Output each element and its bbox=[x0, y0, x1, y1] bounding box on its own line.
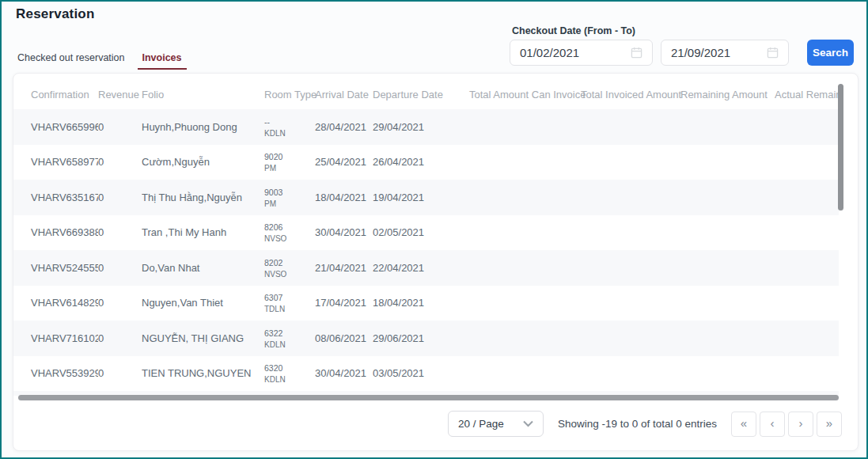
search-button[interactable]: Search bbox=[807, 40, 854, 66]
actual-remaining-cell bbox=[775, 250, 839, 286]
results-card: Confirmation Revenue Folio Room Type Arr… bbox=[13, 73, 859, 451]
arrival-date-cell: 18/04/2021 bbox=[315, 180, 373, 215]
room-number: 8202 bbox=[264, 256, 315, 270]
room-type-code: NVSO bbox=[264, 270, 315, 279]
tab-invoices[interactable]: Invoices bbox=[138, 51, 187, 70]
room-number: 6307 bbox=[264, 291, 315, 305]
actual-remaining-cell bbox=[775, 145, 839, 180]
page-title: Reservation bbox=[16, 6, 95, 22]
remaining-amount-cell bbox=[680, 180, 775, 215]
total-amount-can-invoice-cell bbox=[469, 215, 581, 251]
pagination-bar: 20 / Page Showing -19 to 0 of total 0 en… bbox=[448, 411, 842, 437]
prev-page-button[interactable]: ‹ bbox=[760, 412, 785, 437]
total-amount-can-invoice-cell bbox=[469, 321, 581, 356]
departure-date-cell: 29/06/2021 bbox=[373, 321, 469, 356]
column-header-total-invoiced-amount: Total Invoiced Amount bbox=[581, 74, 680, 109]
total-amount-can-invoice-cell bbox=[469, 286, 581, 321]
column-header-departure-date: Departure Date bbox=[373, 74, 469, 109]
total-amount-can-invoice-cell bbox=[469, 180, 581, 215]
confirmation-cell: VHARV635167 bbox=[13, 180, 98, 215]
total-invoiced-amount-cell bbox=[581, 286, 680, 321]
room-type-cell: 9003PM bbox=[264, 180, 315, 215]
pagination-summary: Showing -19 to 0 of total 0 entries bbox=[558, 418, 717, 430]
total-amount-can-invoice-cell bbox=[469, 145, 581, 180]
last-page-button[interactable]: » bbox=[817, 412, 842, 437]
revenue-cell: 0 bbox=[98, 145, 142, 180]
room-type-code: PM bbox=[264, 199, 315, 209]
tab-checked-out-reservation[interactable]: Checked out reservation bbox=[16, 51, 127, 70]
date-to-field[interactable] bbox=[661, 40, 789, 66]
column-header-revenue: Revenue bbox=[98, 74, 142, 109]
folio-cell: NGUYỄN, THỊ GIANG bbox=[142, 321, 264, 356]
room-number: -- bbox=[264, 116, 315, 129]
room-type-code: NVSO bbox=[264, 234, 315, 244]
checkout-date-label: Checkout Date (From - To) bbox=[512, 25, 635, 36]
arrival-date-cell: 28/04/2021 bbox=[315, 109, 373, 145]
actual-remaining-cell bbox=[775, 109, 839, 145]
total-invoiced-amount-cell bbox=[581, 180, 680, 215]
departure-date-cell: 26/04/2021 bbox=[373, 145, 469, 180]
first-page-button[interactable]: « bbox=[731, 412, 756, 437]
room-type-cell: 8202NVSO bbox=[264, 250, 315, 286]
departure-date-cell: 03/05/2021 bbox=[373, 356, 469, 392]
remaining-amount-cell bbox=[680, 109, 775, 145]
room-type-code: KDLN bbox=[264, 375, 315, 385]
revenue-cell: 0 bbox=[98, 109, 142, 145]
table-row: VHARV6351670Thị Thu Hằng,Nguyễn9003PM18/… bbox=[13, 180, 839, 215]
confirmation-cell: VHARV716102 bbox=[13, 321, 98, 356]
date-to-input[interactable] bbox=[671, 46, 758, 59]
room-number: 9003 bbox=[264, 186, 315, 199]
table-row: VHARV5245550Do,Van Nhat8202NVSO21/04/202… bbox=[13, 250, 839, 286]
revenue-cell: 0 bbox=[98, 356, 142, 392]
pagination-nav: « ‹ › » bbox=[731, 412, 842, 437]
remaining-amount-cell bbox=[680, 286, 775, 321]
room-type-code: KDLN bbox=[264, 129, 315, 138]
table-row: VHARV5539290TIEN TRUNG,NGUYEN6320KDLN30/… bbox=[13, 356, 839, 392]
arrival-date-cell: 08/06/2021 bbox=[315, 321, 373, 356]
room-type-cell: --KDLN bbox=[264, 109, 315, 145]
column-header-arrival-date: Arrival Date bbox=[315, 74, 373, 109]
next-page-button[interactable]: › bbox=[788, 412, 813, 437]
departure-date-cell: 18/04/2021 bbox=[373, 286, 469, 321]
confirmation-cell: VHARV614829 bbox=[13, 286, 98, 321]
column-header-remaining-amount: Remaining Amount bbox=[680, 74, 775, 109]
revenue-cell: 0 bbox=[98, 321, 142, 356]
confirmation-cell: VHARV658977 bbox=[13, 145, 98, 180]
date-from-input[interactable] bbox=[520, 46, 607, 59]
total-amount-can-invoice-cell bbox=[469, 250, 581, 286]
page-size-value: 20 / Page bbox=[458, 418, 504, 430]
total-invoiced-amount-cell bbox=[581, 215, 680, 251]
room-type-cell: 8206NVSO bbox=[264, 215, 315, 251]
revenue-cell: 0 bbox=[98, 250, 142, 286]
revenue-cell: 0 bbox=[98, 286, 142, 321]
calendar-icon[interactable] bbox=[767, 47, 779, 59]
folio-cell: Thị Thu Hằng,Nguyễn bbox=[142, 180, 264, 215]
remaining-amount-cell bbox=[680, 250, 775, 286]
room-type-cell: 6307TDLN bbox=[264, 286, 315, 321]
room-number: 6322 bbox=[264, 327, 315, 340]
confirmation-cell: VHARV553929 bbox=[13, 356, 98, 392]
page-size-select[interactable]: 20 / Page bbox=[448, 411, 544, 437]
total-invoiced-amount-cell bbox=[581, 356, 680, 392]
vertical-scrollbar-thumb[interactable] bbox=[838, 84, 843, 211]
total-invoiced-amount-cell bbox=[581, 109, 680, 145]
folio-cell: TIEN TRUNG,NGUYEN bbox=[142, 356, 264, 392]
horizontal-scrollbar-thumb[interactable] bbox=[18, 395, 839, 400]
folio-cell: Tran ,Thi My Hanh bbox=[142, 215, 264, 251]
room-type-code: TDLN bbox=[264, 305, 315, 314]
column-header-actual-remaining: Actual Remaining bbox=[775, 74, 839, 109]
confirmation-cell: VHARV524555 bbox=[13, 250, 98, 286]
column-header-confirmation: Confirmation bbox=[13, 74, 98, 109]
arrival-date-cell: 17/04/2021 bbox=[315, 286, 373, 321]
departure-date-cell: 19/04/2021 bbox=[373, 180, 469, 215]
date-from-field[interactable] bbox=[510, 40, 653, 66]
folio-cell: Nguyen,Van Thiet bbox=[142, 286, 264, 321]
arrival-date-cell: 21/04/2021 bbox=[315, 250, 373, 286]
chevron-down-icon bbox=[523, 420, 533, 427]
folio-cell: Do,Van Nhat bbox=[142, 250, 264, 286]
room-type-cell: 6322KDLN bbox=[264, 321, 315, 356]
calendar-icon[interactable] bbox=[631, 47, 642, 59]
total-invoiced-amount-cell bbox=[581, 250, 680, 286]
departure-date-cell: 29/04/2021 bbox=[373, 109, 469, 145]
tab-bar: Checked out reservation Invoices bbox=[16, 51, 187, 70]
